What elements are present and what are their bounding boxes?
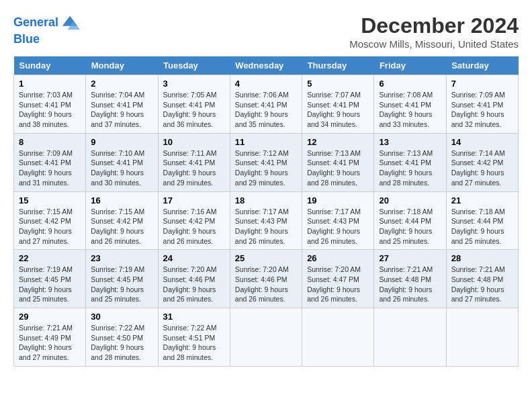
day-number: 30	[91, 312, 152, 322]
day-number: 20	[379, 195, 441, 205]
daylight-label: Daylight: 9 hoursand 35 minutes.	[235, 110, 288, 128]
sunset-label: Sunset: 4:41 PM	[307, 101, 359, 109]
sunrise-label: Sunrise: 7:21 AM	[379, 265, 433, 273]
sunset-label: Sunset: 4:45 PM	[91, 275, 143, 283]
calendar-cell: 30 Sunrise: 7:22 AM Sunset: 4:50 PM Dayl…	[86, 308, 158, 367]
daylight-label: Daylight: 9 hoursand 29 minutes.	[163, 169, 216, 187]
day-info: Sunrise: 7:19 AM Sunset: 4:45 PM Dayligh…	[91, 265, 152, 304]
day-number: 21	[451, 195, 513, 205]
day-info: Sunrise: 7:17 AM Sunset: 4:43 PM Dayligh…	[307, 207, 369, 246]
daylight-label: Daylight: 9 hoursand 26 minutes.	[235, 227, 288, 245]
sunset-label: Sunset: 4:41 PM	[379, 101, 431, 109]
header-sunday: Sunday	[14, 56, 86, 75]
sunrise-label: Sunrise: 7:13 AM	[307, 149, 361, 157]
day-info: Sunrise: 7:20 AM Sunset: 4:46 PM Dayligh…	[163, 265, 225, 304]
day-info: Sunrise: 7:09 AM Sunset: 4:41 PM Dayligh…	[19, 148, 81, 188]
sunset-label: Sunset: 4:50 PM	[91, 334, 143, 342]
sunrise-label: Sunrise: 7:22 AM	[91, 324, 144, 332]
location: Moscow Mills, Missouri, United States	[349, 38, 519, 50]
sunrise-label: Sunrise: 7:15 AM	[91, 208, 144, 216]
sunset-label: Sunset: 4:41 PM	[91, 158, 143, 167]
logo-icon	[61, 13, 80, 32]
sunrise-label: Sunrise: 7:17 AM	[235, 208, 289, 216]
daylight-label: Daylight: 9 hoursand 28 minutes.	[307, 169, 360, 187]
day-number: 23	[91, 253, 152, 263]
day-number: 17	[163, 195, 225, 205]
sunrise-label: Sunrise: 7:10 AM	[91, 149, 144, 157]
daylight-label: Daylight: 9 hoursand 32 minutes.	[451, 110, 504, 128]
sunset-label: Sunset: 4:47 PM	[307, 275, 359, 283]
header-tuesday: Tuesday	[158, 56, 230, 75]
day-number: 14	[451, 137, 513, 147]
calendar-week-row: 22 Sunrise: 7:19 AM Sunset: 4:45 PM Dayl…	[14, 250, 519, 308]
day-number: 18	[235, 195, 297, 205]
day-info: Sunrise: 7:20 AM Sunset: 4:47 PM Dayligh…	[307, 265, 369, 304]
day-number: 31	[163, 312, 225, 322]
sunset-label: Sunset: 4:41 PM	[451, 101, 504, 109]
day-number: 16	[91, 195, 152, 205]
sunset-label: Sunset: 4:48 PM	[451, 275, 504, 283]
calendar-cell: 7 Sunrise: 7:09 AM Sunset: 4:41 PM Dayli…	[446, 75, 518, 134]
calendar-cell: 25 Sunrise: 7:20 AM Sunset: 4:46 PM Dayl…	[230, 250, 302, 308]
day-number: 2	[91, 79, 152, 89]
day-info: Sunrise: 7:22 AM Sunset: 4:51 PM Dayligh…	[163, 323, 225, 363]
sunset-label: Sunset: 4:42 PM	[451, 158, 504, 167]
day-number: 28	[451, 253, 513, 263]
sunset-label: Sunset: 4:41 PM	[307, 158, 359, 167]
daylight-label: Daylight: 9 hoursand 26 minutes.	[163, 227, 216, 245]
sunset-label: Sunset: 4:42 PM	[163, 217, 216, 225]
sunrise-label: Sunrise: 7:21 AM	[451, 265, 505, 273]
sunset-label: Sunset: 4:41 PM	[19, 101, 71, 109]
header-wednesday: Wednesday	[230, 56, 302, 75]
sunset-label: Sunset: 4:42 PM	[91, 217, 143, 225]
calendar-cell: 23 Sunrise: 7:19 AM Sunset: 4:45 PM Dayl…	[86, 250, 158, 308]
day-number: 12	[307, 137, 369, 147]
sunset-label: Sunset: 4:41 PM	[19, 158, 71, 167]
sunset-label: Sunset: 4:48 PM	[379, 275, 431, 283]
day-info: Sunrise: 7:15 AM Sunset: 4:42 PM Dayligh…	[19, 207, 81, 246]
sunrise-label: Sunrise: 7:22 AM	[163, 324, 217, 332]
day-number: 19	[307, 195, 369, 205]
calendar-week-row: 15 Sunrise: 7:15 AM Sunset: 4:42 PM Dayl…	[14, 191, 519, 250]
daylight-label: Daylight: 9 hoursand 26 minutes.	[307, 227, 360, 245]
logo-line1: General	[13, 13, 80, 32]
daylight-label: Daylight: 9 hoursand 33 minutes.	[379, 110, 432, 128]
sunrise-label: Sunrise: 7:05 AM	[163, 91, 217, 99]
page-header: General Blue December 2024 Moscow Mills,…	[13, 13, 519, 50]
calendar-cell: 28 Sunrise: 7:21 AM Sunset: 4:48 PM Dayl…	[446, 250, 518, 308]
calendar-cell: 11 Sunrise: 7:12 AM Sunset: 4:41 PM Dayl…	[230, 133, 302, 191]
calendar-cell: 21 Sunrise: 7:18 AM Sunset: 4:44 PM Dayl…	[446, 191, 518, 250]
day-number: 10	[163, 137, 225, 147]
sunrise-label: Sunrise: 7:20 AM	[235, 265, 289, 273]
calendar-cell: 27 Sunrise: 7:21 AM Sunset: 4:48 PM Dayl…	[374, 250, 446, 308]
sunrise-label: Sunrise: 7:11 AM	[163, 149, 217, 157]
day-number: 6	[379, 79, 441, 89]
sunset-label: Sunset: 4:43 PM	[307, 217, 359, 225]
day-info: Sunrise: 7:18 AM Sunset: 4:44 PM Dayligh…	[379, 207, 441, 246]
sunset-label: Sunset: 4:46 PM	[163, 275, 216, 283]
day-info: Sunrise: 7:07 AM Sunset: 4:41 PM Dayligh…	[307, 90, 369, 130]
day-info: Sunrise: 7:09 AM Sunset: 4:41 PM Dayligh…	[451, 90, 513, 130]
sunset-label: Sunset: 4:44 PM	[451, 217, 504, 225]
sunrise-label: Sunrise: 7:19 AM	[91, 265, 144, 273]
calendar-cell: 29 Sunrise: 7:21 AM Sunset: 4:49 PM Dayl…	[14, 308, 86, 367]
day-info: Sunrise: 7:08 AM Sunset: 4:41 PM Dayligh…	[379, 90, 441, 130]
calendar-week-row: 8 Sunrise: 7:09 AM Sunset: 4:41 PM Dayli…	[14, 133, 519, 191]
calendar-cell: 20 Sunrise: 7:18 AM Sunset: 4:44 PM Dayl…	[374, 191, 446, 250]
calendar-cell: 17 Sunrise: 7:16 AM Sunset: 4:42 PM Dayl…	[158, 191, 230, 250]
day-info: Sunrise: 7:15 AM Sunset: 4:42 PM Dayligh…	[91, 207, 152, 246]
day-info: Sunrise: 7:12 AM Sunset: 4:41 PM Dayligh…	[235, 148, 297, 188]
sunset-label: Sunset: 4:45 PM	[19, 275, 71, 283]
day-number: 7	[451, 79, 513, 89]
daylight-label: Daylight: 9 hoursand 27 minutes.	[451, 285, 504, 304]
sunrise-label: Sunrise: 7:04 AM	[91, 91, 144, 99]
calendar-cell	[302, 308, 374, 367]
daylight-label: Daylight: 9 hoursand 26 minutes.	[307, 285, 360, 304]
sunrise-label: Sunrise: 7:20 AM	[163, 265, 217, 273]
sunset-label: Sunset: 4:42 PM	[19, 217, 71, 225]
day-number: 27	[379, 253, 441, 263]
calendar-cell: 19 Sunrise: 7:17 AM Sunset: 4:43 PM Dayl…	[302, 191, 374, 250]
day-info: Sunrise: 7:03 AM Sunset: 4:41 PM Dayligh…	[19, 90, 81, 130]
header-friday: Friday	[374, 56, 446, 75]
day-number: 15	[19, 195, 81, 205]
